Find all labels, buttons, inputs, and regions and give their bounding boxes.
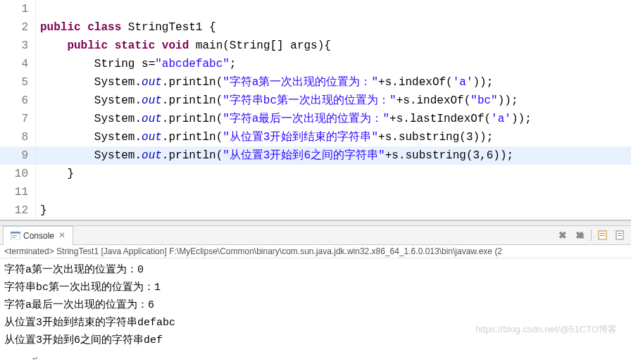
code-line[interactable]: 6 System.out.println("字符串bc第一次出现的位置为："+s… [0,92,631,110]
console-header: Console ✕ ✖ ✖✖ [0,226,631,245]
line-number: 11 [0,183,36,201]
code-content[interactable]: System.out.println("字符a第一次出现的位置为："+s.ind… [36,73,631,92]
line-number: 12 [0,201,36,220]
line-number: 4 [0,55,36,73]
watermark: https://blog.csdn.net/@51CTO博客 [475,323,617,336]
code-line[interactable]: 3 public static void main(String[] args)… [0,37,631,55]
panel-separator[interactable] [0,220,631,226]
line-number: 10 [0,165,36,183]
terminated-status: <terminated> StringTest1 [Java Applicati… [0,245,631,258]
code-line[interactable]: 5 System.out.println("字符a第一次出现的位置为："+s.i… [0,73,631,92]
code-editor[interactable]: 12public class StringTest1 {3 public sta… [0,0,631,220]
svg-rect-2 [12,235,18,236]
code-line[interactable]: 2public class StringTest1 { [0,18,631,37]
console-line: 字符a第一次出现的位置为：0 [4,261,627,279]
code-line[interactable]: 10 } [0,165,631,183]
code-content[interactable]: } [36,201,631,220]
remove-launch-icon[interactable]: ✖ [557,230,568,241]
code-line[interactable]: 7 System.out.println("字符a最后一次出现的位置为："+s.… [0,110,631,128]
line-number: 8 [0,128,36,146]
code-content[interactable]: System.out.println("从位置3开始到结束的字符串"+s.sub… [36,128,631,146]
code-content[interactable]: System.out.println("字符串bc第一次出现的位置为："+s.i… [36,92,631,110]
code-content[interactable]: System.out.println("字符a最后一次出现的位置为："+s.la… [36,110,631,128]
line-number: 7 [0,110,36,128]
line-number: 5 [0,73,36,92]
line-number: 9 [0,146,36,165]
svg-rect-1 [11,232,20,234]
svg-rect-3 [12,237,15,237]
svg-rect-5 [600,233,605,234]
remove-all-icon[interactable]: ✖✖ [574,230,585,241]
code-line[interactable]: 1 [0,0,631,18]
line-number: 2 [0,18,36,37]
code-content[interactable]: String s="abcdefabc"; [36,55,631,73]
code-content[interactable]: } [36,165,631,183]
code-line[interactable]: 8 System.out.println("从位置3开始到结束的字符串"+s.s… [0,128,631,146]
code-line[interactable]: 11 [0,183,631,201]
toolbar-separator [591,230,592,241]
code-line[interactable]: 9 System.out.println("从位置3开始到6之间的字符串"+s.… [0,146,631,165]
line-number: 6 [0,92,36,110]
line-number: 1 [0,0,36,18]
code-content[interactable]: System.out.println("从位置3开始到6之间的字符串"+s.su… [36,146,631,165]
console-output[interactable]: 字符a第一次出现的位置为：0字符串bc第一次出现的位置为：1字符a最后一次出现的… [0,258,631,352]
svg-rect-9 [618,235,622,236]
svg-rect-6 [600,235,605,236]
console-icon [11,232,20,240]
console-tab-title: Console [23,231,54,241]
code-content[interactable]: public static void main(String[] args){ [36,37,631,55]
console-line: 字符串bc第一次出现的位置为：1 [4,279,627,296]
scroll-lock-icon[interactable] [614,230,625,241]
code-content[interactable]: public class StringTest1 { [36,18,631,37]
tab-close-icon[interactable]: ✕ [58,230,65,241]
console-line: 字符a最后一次出现的位置为：6 [4,296,627,314]
clear-console-icon[interactable] [597,230,608,241]
console-tab[interactable]: Console ✕ [3,226,73,245]
svg-rect-8 [618,233,622,234]
code-line[interactable]: 12} [0,201,631,220]
console-toolbar: ✖ ✖✖ [557,230,631,241]
end-of-file-marker: ↩ [32,353,37,364]
line-number: 3 [0,37,36,55]
code-line[interactable]: 4 String s="abcdefabc"; [0,55,631,73]
